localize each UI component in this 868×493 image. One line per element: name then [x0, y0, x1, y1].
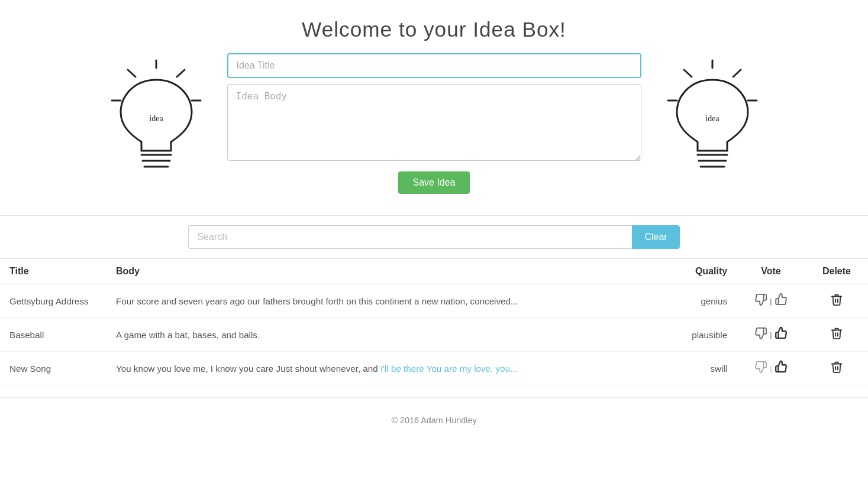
thumbs-down-icon[interactable]	[754, 293, 767, 309]
col-header-body: Body	[107, 259, 664, 284]
table-row: Gettsyburg Address Four score and seven …	[0, 284, 868, 318]
page-title: Welcome to your Idea Box!	[12, 18, 856, 41]
row-delete	[805, 352, 868, 385]
idea-form: Save Idea	[227, 53, 641, 203]
save-btn-row: Save Idea	[227, 167, 641, 203]
clear-button[interactable]: Clear	[632, 225, 679, 249]
idea-title-input[interactable]	[227, 53, 641, 78]
footer-text: © 2016 Adam Hundley	[391, 416, 476, 425]
svg-text:idea: idea	[705, 114, 719, 123]
row-vote: |	[737, 284, 805, 318]
thumbs-up-icon[interactable]	[775, 326, 788, 343]
delete-icon[interactable]	[830, 362, 843, 376]
row-title: Gettsyburg Address	[0, 284, 107, 318]
ideas-table: Title Body Quality Vote Delete Gettsybur…	[0, 258, 868, 385]
svg-text:idea: idea	[149, 114, 163, 123]
row-body: Four score and seven years ago our fathe…	[107, 284, 664, 318]
right-lightbulb: idea	[653, 53, 772, 189]
col-header-vote: Vote	[737, 259, 805, 284]
page-header: Welcome to your Idea Box!	[0, 0, 868, 47]
row-quality: genius	[664, 284, 737, 318]
svg-line-10	[684, 70, 692, 77]
svg-line-11	[733, 70, 741, 77]
row-vote: |	[737, 352, 805, 385]
row-title: Baseball	[0, 318, 107, 352]
top-section: idea Save Idea idea	[0, 47, 868, 215]
table-row: Baseball A game with a bat, bases, and b…	[0, 318, 868, 352]
thumbs-up-icon[interactable]	[775, 360, 788, 377]
svg-line-2	[177, 70, 185, 77]
body-link-text: I'll be there You are my love, you...	[380, 364, 518, 374]
delete-icon[interactable]	[830, 329, 843, 342]
footer: © 2016 Adam Hundley	[0, 397, 868, 437]
row-body: A game with a bat, bases, and balls.	[107, 318, 664, 352]
row-quality: swill	[664, 352, 737, 385]
thumbs-down-icon[interactable]	[754, 361, 767, 377]
row-body: You know you love me, I know you care Ju…	[107, 352, 664, 385]
col-header-title: Title	[0, 259, 107, 284]
vote-icons: |	[754, 360, 787, 377]
table-header-row: Title Body Quality Vote Delete	[0, 259, 868, 284]
search-row: Clear	[0, 216, 868, 258]
save-idea-button[interactable]: Save Idea	[398, 171, 469, 194]
row-quality: plausible	[664, 318, 737, 352]
thumbs-up-icon[interactable]	[775, 293, 788, 309]
vote-icons: |	[754, 326, 787, 343]
col-header-quality: Quality	[664, 259, 737, 284]
col-header-delete: Delete	[805, 259, 868, 284]
thumbs-down-icon[interactable]	[754, 327, 767, 343]
row-delete	[805, 284, 868, 318]
delete-icon[interactable]	[830, 295, 843, 309]
vote-icons: |	[754, 293, 787, 309]
row-title: New Song	[0, 352, 107, 385]
left-lightbulb: idea	[97, 53, 215, 189]
row-vote: |	[737, 318, 805, 352]
row-delete	[805, 318, 868, 352]
table-row: New Song You know you love me, I know yo…	[0, 352, 868, 385]
search-input[interactable]	[188, 225, 632, 249]
svg-line-1	[128, 70, 135, 77]
idea-body-textarea[interactable]	[227, 84, 641, 161]
